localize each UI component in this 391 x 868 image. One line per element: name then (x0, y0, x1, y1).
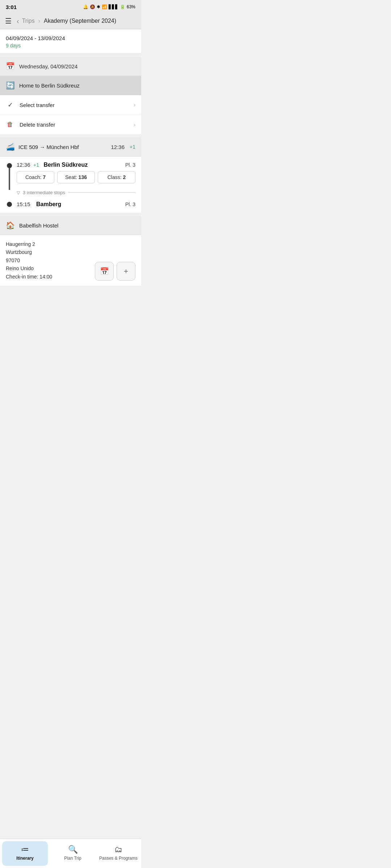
day-header: 📅 Wednesday, 04/09/2024 (0, 57, 141, 76)
transfer-icon: 🔄 (6, 81, 15, 90)
stops-line (68, 192, 135, 193)
check-icon: ✓ (6, 101, 14, 109)
days-count: 9 days (6, 43, 135, 48)
train-detail-card: 12:36 +1 Berlin Südkreuz Pl. 3 Coach: 7 … (0, 157, 141, 213)
seat-box: Seat: 136 (57, 171, 95, 183)
coach-box: Coach: 7 (17, 171, 54, 183)
arrival-station: Bamberg (36, 201, 61, 207)
status-bar: 3:01 🔔 🔕 ✱ 📶 ▋▋▋ 🔋 63% (0, 0, 141, 13)
wifi-icon: 📶 (102, 4, 107, 9)
train-header-time: 12:36 (111, 144, 125, 150)
signal-icon: ▋▋▋ (109, 4, 118, 9)
menu-icon[interactable]: ☰ (5, 17, 12, 25)
mute-icon: 🔕 (90, 4, 95, 9)
checkin-time: Check-in time: 14:00 (6, 273, 91, 281)
arrival-platform: Pl. 3 (125, 201, 135, 207)
departure-stop-row: 12:36 +1 Berlin Südkreuz Pl. 3 Coach: 7 … (6, 162, 135, 198)
date-range-text: 04/09/2024 - 13/09/2024 (6, 35, 135, 41)
calendar-icon: 📅 (6, 62, 15, 71)
hostel-address: Haugerring 2 Wurtzbourg 97070 Reino Unid… (6, 240, 91, 281)
arrival-dot (7, 202, 12, 207)
train-line-bar (9, 168, 10, 190)
chevron-right-icon: › (134, 102, 135, 108)
toolbar: ☰ ‹ Trips › Akademy (September 2024) (0, 13, 141, 29)
train-line-graphic (6, 162, 13, 190)
day-header-text: Wednesday, 04/09/2024 (19, 63, 77, 69)
train-icon: 🚄 (6, 142, 15, 151)
departure-stop-info: 12:36 +1 Berlin Südkreuz Pl. 3 Coach: 7 … (17, 162, 135, 198)
alarm-icon: 🔔 (83, 4, 88, 9)
page-title: Akademy (September 2024) (44, 18, 116, 24)
departure-station: Berlin Südkreuz (43, 162, 88, 168)
train-info: ICE 509 → München Hbf (18, 144, 107, 150)
breadcrumb-trips[interactable]: Trips (22, 18, 35, 24)
transfer-label: Home to Berlin Südkreuz (19, 82, 80, 89)
arrival-time: 15:15 (17, 201, 30, 207)
calendar-add-icon: 📅 (100, 267, 109, 276)
battery-percent: 63% (127, 4, 135, 9)
hostel-name: Babelfish Hostel (19, 222, 58, 229)
breadcrumb-separator: › (38, 18, 40, 24)
select-transfer-item[interactable]: ✓ Select transfer › (0, 95, 141, 115)
back-button[interactable]: ‹ (17, 17, 19, 25)
hostel-detail: Haugerring 2 Wurtzbourg 97070 Reino Unid… (0, 235, 141, 286)
arrival-row: 15:15 Bamberg Pl. 3 (6, 201, 135, 213)
status-icons: 🔔 🔕 ✱ 📶 ▋▋▋ 🔋 63% (83, 4, 135, 9)
train-header[interactable]: 🚄 ICE 509 → München Hbf 12:36 +1 (0, 137, 141, 157)
status-time: 3:01 (6, 4, 17, 10)
plus-icon: ＋ (122, 266, 130, 276)
train-destination: München Hbf (47, 144, 79, 150)
expand-icon: ▽ (17, 190, 20, 195)
departure-platform: Pl. 3 (125, 162, 135, 168)
chevron-right-icon-2: › (134, 122, 135, 128)
train-header-plus-day: +1 (130, 144, 135, 150)
class-box: Class: 2 (98, 171, 135, 183)
hostel-header[interactable]: 🏠 Babelfish Hostel (0, 216, 141, 235)
hostel-calendar-button[interactable]: 📅 (95, 262, 114, 281)
train-arrow: → (39, 144, 45, 150)
transfer-row: 🔄 Home to Berlin Südkreuz (0, 76, 141, 95)
hostel-actions: 📅 ＋ (95, 262, 135, 281)
seat-info-row: Coach: 7 Seat: 136 Class: 2 (17, 171, 135, 183)
intermediate-stops-row[interactable]: ▽ 3 intermediate stops (17, 187, 135, 198)
delete-transfer-item[interactable]: 🗑 Delete transfer › (0, 115, 141, 135)
delete-transfer-label: Delete transfer (20, 122, 129, 128)
battery-icon: 🔋 (120, 4, 125, 9)
select-transfer-label: Select transfer (20, 102, 129, 108)
hostel-icon: 🏠 (6, 221, 15, 230)
departure-time: 12:36 (17, 162, 30, 168)
departure-dot (7, 163, 12, 168)
trash-icon: 🗑 (6, 121, 14, 128)
bluetooth-icon: ✱ (97, 4, 100, 9)
date-range-section: 04/09/2024 - 13/09/2024 9 days (0, 29, 141, 54)
arrival-line-graphic (6, 202, 13, 207)
intermediate-stops-label: 3 intermediate stops (23, 190, 65, 195)
train-number: ICE 509 (18, 144, 38, 150)
hostel-add-button[interactable]: ＋ (117, 262, 135, 281)
departure-plus-day: +1 (33, 162, 39, 168)
